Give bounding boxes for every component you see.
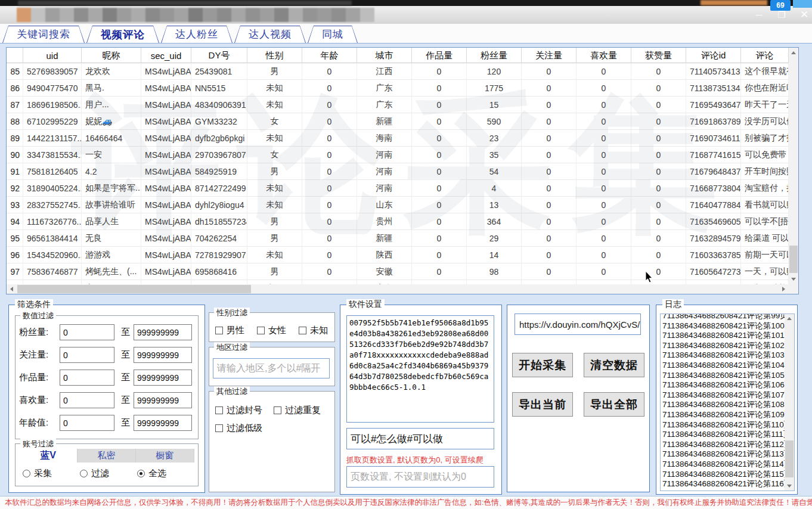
range-to-input[interactable] [134,370,192,386]
gender-checkbox[interactable]: 女性 [257,325,286,336]
checkbox-icon[interactable] [274,406,281,414]
table-body[interactable]: 8552769839057龙欢欢MS4wLjABAA...25439081男0江… [7,63,789,284]
log-scrollbar[interactable] [785,314,794,491]
table-row[interactable]: 91758181264054.2MS4wLjABAA...584925919男0… [7,163,789,180]
other-checkbox[interactable]: 过滤重复 [274,405,321,416]
table-row[interactable]: 8914422131157...16466464MS4wLjABAA...dyf… [7,130,789,147]
horizontal-scroll-thumb[interactable] [17,285,251,293]
table-cell: MS4wLjABAA... [141,197,191,213]
account-radio[interactable]: 全选 [137,468,166,479]
table-row[interactable]: 8718696198506...用户...MS4wLjABAA...483409… [7,97,789,113]
gender-checkbox[interactable]: 男性 [215,325,244,336]
range-from-input[interactable] [60,324,114,340]
table-cell: 0 [522,213,577,230]
scroll-down-icon[interactable] [787,485,792,488]
checkbox-icon[interactable] [215,327,223,334]
region-input[interactable] [213,358,330,378]
range-to-input[interactable] [134,392,192,408]
tab-keyword-search[interactable]: 关键词搜索 [2,26,85,43]
account-radio[interactable]: 过滤 [80,468,109,479]
vertical-scrollbar[interactable] [789,48,798,284]
column-header[interactable]: 评论id [686,48,741,63]
export-all-button[interactable]: 导出全部 [584,392,644,417]
table-row[interactable]: 9033473815534...一安MS4wLjABAA...297039678… [7,147,789,163]
account-tab[interactable]: 蓝V [19,449,78,463]
table-cell: MS4wLjABAA... [141,163,191,180]
table-row[interactable]: 9328327552745...故事讲给谁听MS4wLjABAA...dyhl2… [7,197,789,213]
column-header[interactable]: 年龄 [302,48,357,63]
table-cell: 0 [577,180,631,197]
column-header[interactable]: 获赞量 [631,48,686,63]
table-cell: 河南 [357,163,412,180]
account-tab[interactable]: 橱窗 [136,449,194,463]
keyword-input[interactable] [346,428,494,449]
column-header[interactable]: 性别 [247,48,302,63]
column-header[interactable]: 关注量 [522,48,577,63]
range-from-input[interactable] [60,370,114,386]
range-from-input[interactable] [60,347,114,363]
log-list[interactable]: 7113864346882608421评论第99页711386434688260… [660,314,795,491]
radio-icon[interactable] [137,470,145,477]
column-header[interactable]: 作品量 [412,48,467,63]
column-header[interactable]: 城市 [357,48,412,63]
column-header[interactable]: sec_uid [141,48,191,63]
scroll-up-icon[interactable] [787,317,792,320]
table-row[interactable]: 9898440083202大年9MS4wLjABAA...AMV_mai 03.… [7,280,789,284]
minimize-button[interactable]: ─ [750,8,768,21]
range-to-input[interactable] [134,347,192,363]
scroll-up-icon[interactable] [791,51,796,54]
column-header[interactable]: uid [23,48,82,63]
tab-influencer-videos[interactable]: 达人视频 [234,26,306,43]
checkbox-icon[interactable] [215,406,223,414]
table-cell: 4.2 [82,163,141,180]
gender-checkbox[interactable]: 未知 [299,325,328,336]
table-row[interactable]: 9775836746877烤蚝先生、(...MS4wLjABAA...69586… [7,263,789,280]
column-header[interactable]: 粉丝量 [467,48,522,63]
range-to-input[interactable] [134,415,192,431]
column-header[interactable]: DY号 [191,48,247,63]
checkbox-icon[interactable] [257,327,265,334]
radio-icon[interactable] [23,470,30,477]
account-tab[interactable]: 私密 [78,449,136,463]
export-current-button[interactable]: 导出当前 [512,392,573,417]
tab-influencer-fans[interactable]: 达人粉丝 [161,26,233,43]
page-count-input[interactable] [346,466,494,488]
table-row[interactable]: 8867102995229妮妮🚙MS4wLjABAA...GYM33232女0新… [7,113,789,130]
account-radio[interactable]: 采集 [23,468,52,479]
checkbox-icon[interactable] [215,424,223,432]
table-row[interactable]: 9596561384414无良MS4wLjABAA...704262254男0新… [7,230,789,247]
table-cell: MS4wLjABAA... [141,147,191,163]
other-checkbox[interactable]: 过滤低级 [215,423,262,434]
table-row[interactable]: 9615434520960...游游戏MS4wLjABAA...72781929… [7,247,789,263]
range-from-input[interactable] [60,415,114,431]
scroll-right-icon[interactable] [782,287,785,291]
column-header[interactable]: 昵称 [82,48,141,63]
checkbox-icon[interactable] [299,327,306,334]
horizontal-scrollbar[interactable] [7,284,789,294]
range-to-input[interactable] [134,324,192,340]
license-token-box[interactable]: 007952f5b5b741eb1ef95068a8d1b95e4d03b8a4… [346,315,494,423]
clear-data-button[interactable]: 清空数据 [584,353,644,377]
range-from-input[interactable] [60,392,114,408]
scroll-left-icon[interactable] [10,287,13,291]
table-row[interactable]: 8694904775470黑马.MS4wLjABAA...NN5515未知0广东… [7,80,789,97]
column-header[interactable]: 喜欢量 [577,48,631,63]
tab-same-city[interactable]: 同城 [308,26,358,43]
table-row[interactable]: 9231890405224...如果是宇将军...MS4wLjABAA...87… [7,180,789,197]
table-cell: 可以免费带 [741,147,789,163]
log-scroll-thumb[interactable] [785,440,794,477]
video-url-input[interactable] [515,314,641,335]
table-row[interactable]: 9411167326776...品享人生MS4wLjABAA...dh15185… [7,213,789,230]
range-to-label: 至 [121,372,130,383]
other-checkbox[interactable]: 过滤封号 [215,405,262,416]
table-cell: 0 [412,63,467,80]
table-row[interactable]: 8552769839057龙欢欢MS4wLjABAA...25439081男0江… [7,63,789,80]
vertical-scroll-thumb[interactable] [789,246,798,273]
close-button[interactable]: ✕ [795,8,812,21]
table-cell: 男 [247,213,302,230]
start-collect-button[interactable]: 开始采集 [512,353,573,377]
radio-icon[interactable] [80,470,88,477]
scroll-down-icon[interactable] [791,278,796,281]
tab-video-comments[interactable]: 视频评论 [86,26,159,43]
column-header[interactable]: 评论 [741,48,789,63]
